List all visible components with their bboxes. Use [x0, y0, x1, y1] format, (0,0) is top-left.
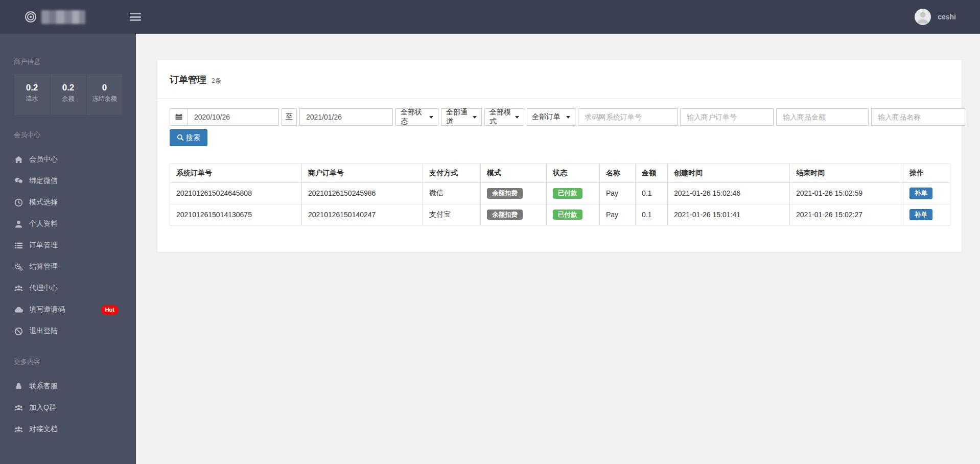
channel-select[interactable]: 全部通道 [441, 108, 482, 126]
system-order-no-input[interactable] [578, 108, 678, 126]
sidebar-item-order-management[interactable]: 订单管理 [0, 235, 136, 256]
col-merchant-order-no: 商户订单号 [302, 164, 423, 183]
reissue-order-button[interactable]: 补单 [909, 209, 932, 221]
cogs-icon [14, 263, 23, 271]
search-button[interactable]: 搜索 [170, 129, 207, 146]
chevron-down-icon [429, 116, 433, 119]
stat-balance: 0.2 余额 [51, 74, 86, 115]
amount: 0.1 [636, 204, 668, 225]
merchant-order-no-input[interactable] [680, 108, 774, 126]
navbar-user-area: ceshi [915, 9, 980, 25]
avatar[interactable] [915, 9, 931, 25]
col-amount: 金额 [636, 164, 668, 183]
sidebar-item-docs[interactable]: 对接文档 [0, 419, 136, 440]
date-to-input[interactable] [299, 108, 393, 126]
sidebar-item-settlement[interactable]: 结算管理 [0, 256, 136, 277]
table-row: 2021012615014130675 20210126150140247 支付… [170, 204, 950, 225]
status-select[interactable]: 全部状态 [395, 108, 438, 126]
sidebar-item-contact-support[interactable]: 联系客服 [0, 376, 136, 397]
system-order-no: 2021012615014130675 [170, 204, 302, 225]
sidebar-item-mode-select[interactable]: 模式选择 [0, 192, 136, 213]
card-body: 至 全部状态 全部通道 全部模式 全部订单 搜索 [157, 99, 962, 252]
col-pay-method: 支付方式 [423, 164, 481, 183]
product-name: Pay [600, 204, 636, 225]
created-at: 2021-01-26 15:01:41 [668, 204, 790, 225]
pay-method: 微信 [423, 183, 481, 204]
logo-icon [25, 11, 37, 23]
stat-turnover: 0.2 流水 [14, 74, 50, 115]
chevron-down-icon [566, 116, 570, 119]
orders-table: 系统订单号 商户订单号 支付方式 模式 状态 名称 金额 创建时间 结束时间 操… [170, 164, 950, 225]
filter-bar: 至 全部状态 全部通道 全部模式 全部订单 [170, 108, 949, 126]
users-icon [14, 425, 23, 434]
sidebar-item-agent-center[interactable]: 代理中心 [0, 277, 136, 299]
sidebar-more-menu: 联系客服 加入Q群 对接文档 [0, 376, 136, 440]
status-badge: 已付款 [553, 188, 582, 199]
search-icon [177, 134, 184, 142]
qq-icon [14, 382, 23, 391]
mode-badge: 余额扣费 [487, 210, 523, 220]
users-icon [14, 404, 23, 412]
sidebar-item-invite-code[interactable]: 填写邀请码 Hot [0, 299, 136, 320]
app-root: ceshi 商户信息 0.2 流水 0.2 余额 0 冻结余额 会员中心 会员中… [0, 0, 980, 464]
ban-icon [14, 327, 23, 336]
top-navbar: ceshi [0, 0, 980, 34]
table-row: 2021012615024645808 20210126150245986 微信… [170, 183, 950, 204]
section-label-merchant-info: 商户信息 [0, 57, 136, 66]
users-icon [14, 284, 23, 293]
wechat-icon [14, 177, 23, 185]
home-icon [14, 155, 23, 164]
order-management-card: 订单管理 2条 至 全部状态 全部通道 全部模式 全部订单 [157, 59, 962, 252]
date-range-to-label: 至 [282, 108, 297, 126]
menu-toggle-icon[interactable] [130, 13, 141, 21]
sidebar: 商户信息 0.2 流水 0.2 余额 0 冻结余额 会员中心 会员中心 [0, 34, 136, 464]
status-badge: 已付款 [553, 210, 582, 220]
brand[interactable] [0, 10, 130, 24]
main-content: 订单管理 2条 至 全部状态 全部通道 全部模式 全部订单 [136, 34, 980, 464]
col-status: 状态 [547, 164, 600, 183]
product-name-input[interactable] [871, 108, 965, 126]
hot-badge: Hot [101, 305, 119, 315]
col-ended-at: 结束时间 [790, 164, 903, 183]
section-label-member-center: 会员中心 [0, 130, 136, 140]
merchant-order-no: 20210126150245986 [302, 183, 423, 204]
card-header: 订单管理 2条 [157, 60, 962, 99]
col-action: 操作 [903, 164, 950, 183]
user-icon [14, 220, 23, 228]
sidebar-item-bind-wechat[interactable]: 绑定微信 [0, 170, 136, 192]
pay-method: 支付宝 [423, 204, 481, 225]
col-created-at: 创建时间 [668, 164, 790, 183]
chevron-down-icon [515, 116, 519, 119]
page-title: 订单管理 [170, 74, 206, 86]
section-label-more: 更多内容 [0, 357, 136, 366]
merchant-stats: 0.2 流水 0.2 余额 0 冻结余额 [0, 74, 136, 115]
col-mode: 模式 [481, 164, 547, 183]
date-from-input[interactable] [188, 108, 279, 126]
cloud-icon [14, 306, 23, 314]
logo-blurred-text [41, 10, 85, 24]
merchant-order-no: 20210126150140247 [302, 204, 423, 225]
mode-badge: 余额扣费 [487, 188, 523, 199]
stat-frozen-balance: 0 冻结余额 [87, 74, 122, 115]
table-header-row: 系统订单号 商户订单号 支付方式 模式 状态 名称 金额 创建时间 结束时间 操… [170, 164, 950, 183]
order-count: 2条 [212, 77, 221, 85]
order-type-select[interactable]: 全部订单 [527, 108, 575, 126]
sidebar-item-profile[interactable]: 个人资料 [0, 213, 136, 235]
system-order-no: 2021012615024645808 [170, 183, 302, 204]
sidebar-menu: 会员中心 绑定微信 模式选择 个人资料 订单管理 结算管理 [0, 149, 136, 342]
username[interactable]: ceshi [938, 13, 956, 21]
mode-select[interactable]: 全部模式 [484, 108, 524, 126]
sidebar-item-join-qq-group[interactable]: 加入Q群 [0, 397, 136, 419]
amount: 0.1 [636, 183, 668, 204]
ended-at: 2021-01-26 15:02:27 [790, 204, 903, 225]
created-at: 2021-01-26 15:02:46 [668, 183, 790, 204]
sidebar-item-logout[interactable]: 退出登陆 [0, 320, 136, 342]
ended-at: 2021-01-26 15:02:59 [790, 183, 903, 204]
sidebar-item-member-center[interactable]: 会员中心 [0, 149, 136, 170]
date-from-group [170, 108, 279, 126]
reissue-order-button[interactable]: 补单 [909, 188, 932, 199]
chevron-down-icon [473, 116, 477, 119]
product-amount-input[interactable] [776, 108, 869, 126]
calendar-icon [170, 108, 188, 126]
col-system-order-no: 系统订单号 [170, 164, 302, 183]
